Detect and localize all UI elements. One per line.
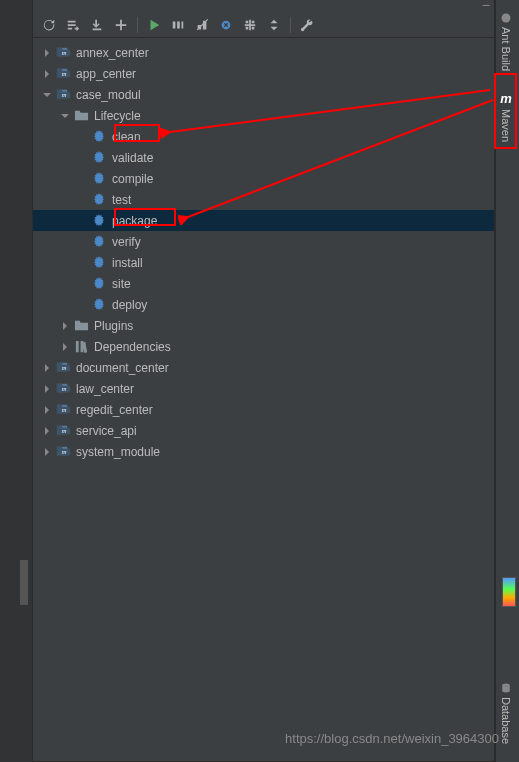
gear-icon [91, 171, 107, 187]
svg-text:m: m [61, 449, 66, 455]
goal-label: site [112, 277, 131, 291]
collapse-arrow-icon[interactable] [41, 383, 53, 395]
goal-clean[interactable]: clean [33, 126, 494, 147]
goal-compile[interactable]: compile [33, 168, 494, 189]
execute-goal-icon[interactable] [168, 15, 188, 35]
add-icon[interactable] [111, 15, 131, 35]
lifecycle-label: Lifecycle [94, 109, 141, 123]
maven-tab[interactable]: m Maven [496, 83, 516, 150]
lifecycle-folder[interactable]: Lifecycle [33, 105, 494, 126]
module-label: case_modul [76, 88, 141, 102]
module-app-center[interactable]: m app_center [33, 63, 494, 84]
expand-arrow-icon[interactable] [59, 110, 71, 122]
goal-verify[interactable]: verify [33, 231, 494, 252]
goal-label: verify [112, 235, 141, 249]
module-system-module[interactable]: m system_module [33, 441, 494, 462]
goal-label: deploy [112, 298, 147, 312]
collapse-arrow-icon[interactable] [59, 341, 71, 353]
module-document-center[interactable]: m document_center [33, 357, 494, 378]
maven-module-icon: m [55, 402, 71, 418]
goal-deploy[interactable]: deploy [33, 294, 494, 315]
run-icon[interactable] [144, 15, 164, 35]
goal-package[interactable]: package [33, 210, 494, 231]
module-label: service_api [76, 424, 137, 438]
svg-point-10 [502, 683, 510, 686]
gear-icon [91, 276, 107, 292]
gear-icon [91, 255, 107, 271]
collapse-arrow-icon[interactable] [41, 404, 53, 416]
maven-module-icon: m [55, 87, 71, 103]
module-service-api[interactable]: m service_api [33, 420, 494, 441]
expand-arrow-icon[interactable] [41, 89, 53, 101]
collapse-arrow-icon[interactable] [41, 47, 53, 59]
watermark: https://blog.csdn.net/weixin_3964300 [285, 731, 499, 746]
toggle-offline-icon[interactable] [192, 15, 212, 35]
goal-validate[interactable]: validate [33, 147, 494, 168]
settings-wrench-icon[interactable] [297, 15, 317, 35]
goal-label: install [112, 256, 143, 270]
module-case-modul[interactable]: m case_modul [33, 84, 494, 105]
plugins-folder[interactable]: Plugins [33, 315, 494, 336]
maven-module-icon: m [55, 66, 71, 82]
panel-title-bar: − [33, 0, 494, 12]
maven-module-icon: m [55, 45, 71, 61]
plugins-label: Plugins [94, 319, 133, 333]
module-annex-center[interactable]: m annex_center [33, 42, 494, 63]
goal-label: compile [112, 172, 153, 186]
gear-icon [91, 129, 107, 145]
goal-label: validate [112, 151, 153, 165]
svg-text:m: m [61, 50, 66, 56]
toolbar [33, 12, 494, 38]
memory-indicator[interactable] [502, 577, 516, 607]
refresh-icon[interactable] [39, 15, 59, 35]
svg-text:m: m [61, 71, 66, 77]
toolbar-separator [137, 17, 138, 33]
dependencies-folder[interactable]: Dependencies [33, 336, 494, 357]
goal-label: package [112, 214, 157, 228]
maven-tree: m annex_center m app_center m case_modul [33, 38, 494, 462]
maven-module-icon: m [55, 423, 71, 439]
generate-sources-icon[interactable] [63, 15, 83, 35]
svg-text:m: m [61, 365, 66, 371]
module-label: document_center [76, 361, 169, 375]
module-regedit-center[interactable]: m regedit_center [33, 399, 494, 420]
goal-install[interactable]: install [33, 252, 494, 273]
maven-module-icon: m [55, 444, 71, 460]
folder-icon [73, 318, 89, 334]
module-label: app_center [76, 67, 136, 81]
gear-icon [91, 213, 107, 229]
maven-module-icon: m [55, 360, 71, 376]
toolbar-separator [290, 17, 291, 33]
goal-site[interactable]: site [33, 273, 494, 294]
right-sidebar: Ant Build m Maven Database [495, 0, 519, 762]
module-law-center[interactable]: m law_center [33, 378, 494, 399]
folder-icon [73, 108, 89, 124]
hide-icon[interactable]: − [482, 0, 490, 13]
left-gutter [0, 0, 32, 762]
left-bar-marker [20, 560, 28, 605]
collapse-all-icon[interactable] [264, 15, 284, 35]
collapse-arrow-icon[interactable] [41, 362, 53, 374]
module-label: system_module [76, 445, 160, 459]
database-tab[interactable]: Database [496, 674, 516, 752]
module-label: annex_center [76, 46, 149, 60]
goal-test[interactable]: test [33, 189, 494, 210]
ant-build-tab[interactable]: Ant Build [496, 4, 516, 79]
svg-point-9 [502, 14, 511, 23]
collapse-arrow-icon[interactable] [41, 68, 53, 80]
goal-label: clean [112, 130, 141, 144]
svg-text:m: m [61, 407, 66, 413]
download-icon[interactable] [87, 15, 107, 35]
maven-panel: − [32, 0, 495, 762]
maven-module-icon: m [55, 381, 71, 397]
gear-icon [91, 297, 107, 313]
collapse-arrow-icon[interactable] [41, 446, 53, 458]
gear-icon [91, 150, 107, 166]
show-dependencies-icon[interactable] [240, 15, 260, 35]
gear-icon [91, 234, 107, 250]
svg-text:m: m [61, 92, 66, 98]
dependencies-label: Dependencies [94, 340, 171, 354]
collapse-arrow-icon[interactable] [59, 320, 71, 332]
toggle-skip-tests-icon[interactable] [216, 15, 236, 35]
collapse-arrow-icon[interactable] [41, 425, 53, 437]
